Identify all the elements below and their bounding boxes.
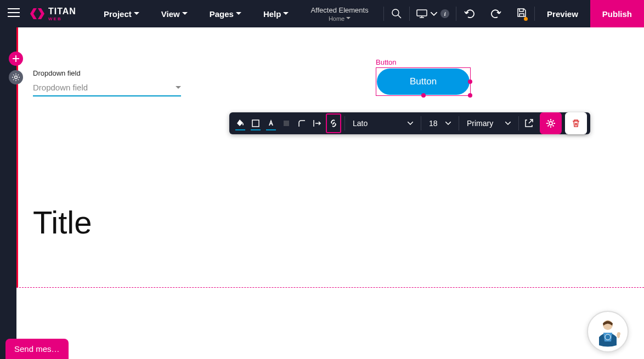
element-settings-button[interactable]	[540, 112, 562, 134]
gear-icon	[12, 73, 20, 82]
redo-icon	[490, 9, 501, 18]
dropdown-placeholder: Dropdown field	[33, 83, 88, 92]
corner-icon	[297, 118, 307, 128]
border-icon	[251, 118, 261, 128]
undo-icon	[464, 9, 475, 18]
selection-box[interactable]: Button	[376, 67, 471, 96]
dropdown-field-widget[interactable]: Dropdown field Dropdown field	[33, 69, 181, 96]
external-link-icon	[524, 118, 534, 128]
text-color-button[interactable]	[263, 112, 279, 134]
plus-icon	[12, 55, 20, 62]
affected-title: Affected Elements	[310, 6, 368, 14]
link-icon	[329, 118, 338, 128]
add-element-button[interactable]	[9, 52, 23, 66]
menu-pages[interactable]: Pages	[199, 0, 252, 27]
font-size-select[interactable]: 18	[423, 119, 456, 128]
svg-point-2	[15, 76, 18, 79]
svg-point-7	[605, 334, 611, 340]
canvas-button[interactable]: Button	[377, 69, 470, 95]
link-button[interactable]	[326, 113, 341, 133]
fill-color-button[interactable]	[233, 112, 248, 134]
corner-radius-button[interactable]	[294, 112, 309, 134]
separator	[518, 116, 519, 130]
dropdown-input[interactable]: Dropdown field	[33, 81, 181, 96]
desktop-icon	[416, 9, 427, 18]
menu-icon	[8, 8, 20, 18]
delete-button[interactable]	[565, 112, 587, 134]
element-toolbar: Lato 18 Primary	[229, 112, 590, 134]
chevron-down-icon	[431, 12, 437, 16]
chevron-down-icon	[346, 17, 351, 20]
menu-project[interactable]: Project	[93, 0, 150, 27]
section-boundary	[16, 287, 644, 288]
button-widget[interactable]: Button Button	[376, 58, 471, 96]
svg-rect-4	[284, 121, 289, 126]
font-family-select[interactable]: Lato	[347, 119, 419, 128]
chevron-down-icon	[134, 12, 139, 15]
header-actions: i Preview Publish	[383, 0, 644, 27]
affected-page: Home	[310, 15, 368, 22]
menu-help[interactable]: Help	[252, 0, 300, 27]
button-role-select[interactable]: Primary	[461, 119, 516, 128]
bucket-icon	[235, 118, 245, 128]
hamburger-menu[interactable]	[0, 8, 27, 20]
svg-rect-3	[252, 120, 259, 127]
chevron-down-icon	[505, 122, 511, 125]
square-icon	[281, 118, 291, 128]
chevron-down-icon	[283, 12, 289, 15]
text-icon	[266, 118, 276, 128]
resize-handle-right[interactable]	[468, 79, 472, 84]
align-icon	[312, 118, 322, 128]
svg-point-5	[549, 122, 552, 125]
svg-point-0	[392, 9, 399, 16]
alignment-button[interactable]	[309, 112, 325, 134]
border-color-button[interactable]	[248, 112, 263, 134]
search-icon	[392, 9, 402, 19]
styling-disabled-button	[279, 112, 294, 134]
logo-icon	[30, 6, 45, 21]
svg-point-8	[617, 332, 620, 335]
element-tag: Button	[376, 58, 471, 66]
app-header: TITAN WEB Project View Pages Help Affect…	[0, 0, 644, 27]
chat-button[interactable]: Send mes…	[5, 339, 69, 359]
preview-button[interactable]: Preview	[535, 0, 590, 27]
svg-rect-1	[417, 10, 427, 16]
separator	[421, 116, 421, 130]
hero-avatar-icon	[591, 315, 624, 348]
unsaved-indicator	[524, 17, 528, 21]
publish-button[interactable]: Publish	[590, 0, 644, 27]
info-badge: i	[440, 9, 449, 18]
settings-button[interactable]	[9, 70, 23, 84]
main-menu: Project View Pages Help	[93, 0, 300, 27]
dropdown-label: Dropdown field	[33, 69, 181, 77]
section-marker	[16, 27, 18, 288]
gear-icon	[545, 118, 556, 129]
chevron-down-icon	[408, 122, 413, 125]
separator	[344, 116, 345, 130]
help-avatar[interactable]	[587, 311, 629, 352]
caret-down-icon	[176, 86, 181, 89]
resize-handle-bottom[interactable]	[421, 93, 426, 98]
separator	[459, 116, 459, 130]
canvas[interactable]: Dropdown field Dropdown field Button But…	[16, 27, 644, 359]
save-icon	[517, 8, 527, 18]
chevron-down-icon	[445, 122, 451, 125]
logo-text: TITAN WEB	[48, 7, 76, 21]
title-heading[interactable]: Title	[33, 204, 92, 241]
menu-view[interactable]: View	[150, 0, 199, 27]
redo-button[interactable]	[483, 0, 509, 27]
undo-button[interactable]	[456, 0, 483, 27]
chevron-down-icon	[182, 12, 188, 15]
resize-handle-corner[interactable]	[468, 93, 472, 98]
affected-elements[interactable]: Affected Elements Home	[300, 6, 379, 22]
logo[interactable]: TITAN WEB	[27, 6, 82, 21]
search-button[interactable]	[384, 0, 409, 27]
device-selector[interactable]: i	[410, 9, 456, 18]
chevron-down-icon	[236, 12, 241, 15]
trash-icon	[571, 118, 581, 128]
open-external-button[interactable]	[521, 112, 536, 134]
save-button[interactable]	[509, 0, 534, 27]
